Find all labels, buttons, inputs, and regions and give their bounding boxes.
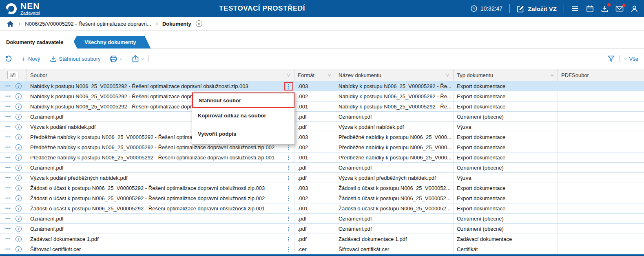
row-actions-icon[interactable]: ••• (5, 196, 11, 200)
table-row[interactable]: ••• i Nabídky k postupu N006_25_V0000529… (0, 81, 644, 91)
home-icon[interactable] (7, 20, 14, 27)
row-pdfsoubor (558, 132, 644, 142)
column-header-format[interactable]: Formát ▽ (294, 69, 335, 81)
table-row[interactable]: ••• i Nabídky k postupu N006_25_V0000529… (0, 102, 644, 112)
user-icon[interactable] (631, 5, 638, 13)
breadcrumb-procedure[interactable]: N006/25/V00005292 - Řešení optimalizace … (25, 21, 151, 27)
close-breadcrumb-icon[interactable]: × (196, 20, 202, 27)
row-actions-icon[interactable]: ••• (5, 105, 11, 108)
row-actions-icon[interactable]: ••• (5, 156, 11, 159)
info-icon[interactable]: i (15, 154, 22, 161)
row-typ: Certifikát (454, 244, 558, 254)
info-icon[interactable]: i (15, 195, 22, 201)
info-icon[interactable]: i (15, 114, 22, 120)
row-nazev: Oznámení.pdf (335, 214, 454, 223)
row-actions-icon[interactable]: ••• (5, 176, 11, 180)
column-header-typ[interactable]: Typ dokumentu ▽ (454, 69, 558, 81)
menu-item-stahnout-soubor[interactable]: Stáhnout soubor (192, 93, 294, 108)
table-row[interactable]: ••• i Předběžné nabídky k postupu N006_2… (0, 142, 644, 152)
download-files-button[interactable]: Stáhnout soubory (50, 55, 101, 62)
info-icon[interactable]: i (15, 236, 22, 242)
filter-caret-icon[interactable]: ▽ (446, 73, 449, 77)
messages-icon[interactable] (615, 5, 624, 12)
column-header-pdfsoubor[interactable]: PDFSoubor (558, 69, 644, 81)
row-menu-icon[interactable]: ⋮ (285, 154, 292, 161)
table-row[interactable]: ••• i Šifrovací certifikát.cer ⋮ .cer Ši… (0, 244, 644, 254)
view-filter-select[interactable]: ▽ Vše (624, 56, 638, 62)
info-icon[interactable]: i (15, 185, 22, 191)
table-row[interactable]: ••• i Žádosti o účast k postupu N006_25_… (0, 183, 644, 193)
row-typ: Export dokumentace (454, 102, 558, 111)
row-menu-icon[interactable]: ⋮ (285, 236, 292, 243)
row-menu-icon[interactable]: ⋮ (285, 215, 292, 222)
row-menu-icon[interactable]: ⋮ (285, 246, 292, 253)
info-icon[interactable]: i (15, 226, 22, 232)
row-menu-icon[interactable]: ⋮ (285, 185, 292, 192)
export-button[interactable]: ▽ (132, 55, 144, 62)
row-actions-icon[interactable]: ••• (5, 227, 11, 231)
row-actions-icon[interactable]: ••• (5, 207, 11, 210)
row-actions-icon[interactable]: ••• (5, 135, 11, 139)
row-actions-icon[interactable]: ••• (5, 186, 11, 190)
row-menu-icon[interactable]: ⋮ (285, 174, 292, 181)
column-header-nazev[interactable]: Název dokumentu ▽ (335, 69, 454, 81)
info-icon[interactable]: i (15, 246, 22, 252)
table-row[interactable]: ••• i Oznámení.pdf ⋮ .pdf Oznámení.pdf O… (0, 163, 644, 173)
row-actions-icon[interactable]: ••• (5, 125, 11, 129)
table-row[interactable]: ••• i Výzva k podání nabídek.pdf ⋮ .pdf … (0, 122, 644, 132)
new-button[interactable]: + Nový (22, 55, 40, 62)
row-soubor: Předběžné nabídky k postupu N006_25_V000… (30, 154, 285, 161)
column-settings-icon[interactable] (7, 71, 18, 79)
filter-caret-icon[interactable]: ▽ (328, 73, 331, 77)
table-row[interactable]: ••• i Předběžné nabídky k postupu N006_2… (0, 132, 644, 142)
table-row[interactable]: ••• i Oznámení.pdf ⋮ .pdf Oznámení.pdf O… (0, 214, 644, 224)
info-icon[interactable]: i (15, 83, 22, 89)
menu-item-vytvorit-podpis[interactable]: Vytvořit podpis (192, 123, 294, 144)
info-icon[interactable]: i (15, 205, 22, 212)
create-vz-button[interactable]: Založit VZ (517, 5, 557, 13)
row-actions-icon[interactable]: ••• (5, 84, 11, 88)
table-row[interactable]: ••• i Oznámení.pdf ⋮ .pdf Oznámení.pdf O… (0, 224, 644, 234)
menu-icon[interactable] (571, 5, 579, 12)
tab-dokumenty-zadavatele[interactable]: Dokumenty zadavatele (0, 36, 77, 49)
table-row[interactable]: ••• i Nabídky k postupu N006_25_V0000529… (0, 91, 644, 102)
info-icon[interactable]: i (15, 93, 22, 99)
row-actions-icon[interactable]: ••• (5, 217, 11, 221)
tab-vsechny-dokumenty[interactable]: Všechny dokumenty (70, 36, 150, 49)
row-actions-icon[interactable]: ••• (5, 166, 11, 170)
row-menu-icon[interactable]: ⋮ (285, 144, 292, 151)
row-actions-icon[interactable]: ••• (5, 247, 11, 251)
table-row[interactable]: ••• i Zadávací dokumentace 1.pdf ⋮ .pdf … (0, 234, 644, 244)
row-menu-icon[interactable]: ⋮ (285, 195, 292, 202)
table-row[interactable]: ••• i Žádosti o účast k postupu N006_25_… (0, 203, 644, 214)
info-icon[interactable]: i (15, 175, 22, 181)
row-menu-icon[interactable]: ⋮ (285, 83, 292, 90)
table-row[interactable]: ••• i Předběžné nabídky k postupu N006_2… (0, 152, 644, 163)
row-actions-icon[interactable]: ••• (5, 115, 11, 119)
info-icon[interactable]: i (15, 104, 22, 110)
row-actions-icon[interactable]: ••• (5, 146, 11, 149)
row-menu-icon[interactable]: ⋮ (285, 164, 292, 171)
print-button[interactable]: ▽ (110, 55, 122, 62)
row-menu-icon[interactable]: ⋮ (285, 225, 292, 232)
row-actions-icon[interactable]: ••• (5, 237, 11, 241)
refresh-icon[interactable] (5, 55, 12, 62)
top-header: NEN Zadavatel TESTOVACÍ PROSTŘEDÍ 10:32:… (0, 0, 644, 17)
calendar-icon[interactable] (586, 5, 594, 13)
filter-caret-icon[interactable]: ▽ (551, 73, 553, 77)
info-icon[interactable]: i (15, 144, 22, 150)
filter-icon[interactable] (608, 55, 615, 62)
table-row[interactable]: ••• i Výzva k podání předběžných nabídek… (0, 173, 644, 183)
table-row[interactable]: ••• i Oznámení.pdf ⋮ .pdf Oznámení.pdf O… (0, 112, 644, 122)
row-menu-icon[interactable]: ⋮ (285, 205, 292, 212)
info-icon[interactable]: i (15, 134, 22, 140)
info-icon[interactable]: i (15, 124, 22, 130)
column-header-soubor[interactable]: Soubor ▽ (27, 69, 294, 81)
row-actions-icon[interactable]: ••• (5, 95, 11, 98)
table-row[interactable]: ••• i Žádosti o účast k postupu N006_25_… (0, 193, 644, 203)
info-icon[interactable]: i (15, 216, 22, 222)
filter-caret-icon[interactable]: ▽ (287, 73, 290, 77)
info-icon[interactable]: i (15, 165, 22, 171)
menu-item-kopirovat-odkaz[interactable]: Kopírovat odkaz na soubor (192, 108, 294, 123)
downloads-icon[interactable] (601, 5, 609, 13)
